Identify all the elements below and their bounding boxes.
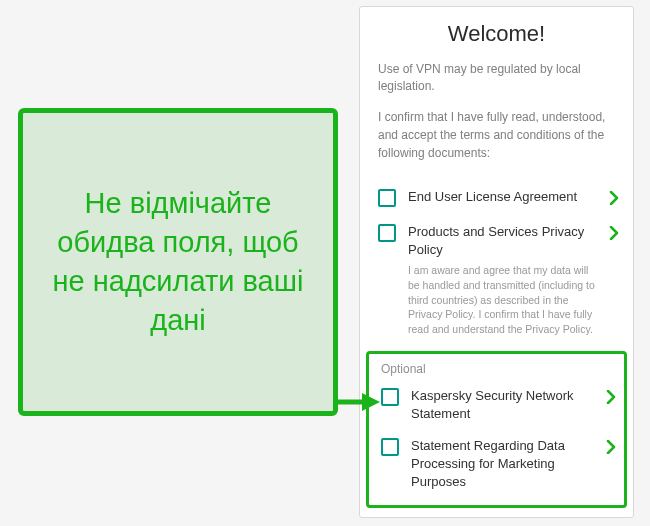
doc-content: End User License Agreement: [408, 188, 597, 206]
page-title: Welcome!: [360, 21, 633, 47]
callout-text: Не відмічайте обидва поля, щоб не надсил…: [43, 184, 313, 341]
confirm-terms-note: I confirm that I have fully read, unders…: [360, 108, 633, 162]
doc-content: Products and Services Privacy Policy I a…: [408, 223, 597, 337]
callout-box: Не відмічайте обидва поля, щоб не надсил…: [18, 108, 338, 416]
checkbox-marketing[interactable]: [381, 438, 399, 456]
doc-row-privacy-policy[interactable]: Products and Services Privacy Policy I a…: [360, 215, 633, 345]
checkbox-privacy-policy[interactable]: [378, 224, 396, 242]
welcome-panel: Welcome! Use of VPN may be regulated by …: [359, 6, 634, 518]
chevron-right-icon[interactable]: [606, 440, 616, 454]
chevron-right-icon[interactable]: [609, 191, 619, 205]
doc-title: Products and Services Privacy Policy: [408, 223, 597, 259]
chevron-right-icon[interactable]: [609, 226, 619, 240]
doc-content: Kaspersky Security Network Statement: [411, 387, 594, 423]
svg-marker-1: [362, 393, 380, 411]
arrow-icon: [336, 390, 380, 414]
chevron-right-icon[interactable]: [606, 390, 616, 404]
doc-content: Statement Regarding Data Processing for …: [411, 437, 594, 492]
checkbox-eula[interactable]: [378, 189, 396, 207]
doc-title: End User License Agreement: [408, 188, 597, 206]
checkbox-ksn[interactable]: [381, 388, 399, 406]
optional-section: Optional Kaspersky Security Network Stat…: [366, 351, 627, 508]
doc-title: Statement Regarding Data Processing for …: [411, 437, 594, 492]
doc-title: Kaspersky Security Network Statement: [411, 387, 594, 423]
doc-description: I am aware and agree that my data will b…: [408, 263, 597, 336]
optional-header: Optional: [369, 360, 624, 380]
doc-row-ksn-statement[interactable]: Kaspersky Security Network Statement: [369, 380, 624, 430]
doc-row-marketing-statement[interactable]: Statement Regarding Data Processing for …: [369, 430, 624, 499]
doc-row-eula[interactable]: End User License Agreement: [360, 180, 633, 215]
vpn-legislation-note: Use of VPN may be regulated by local leg…: [360, 61, 633, 96]
